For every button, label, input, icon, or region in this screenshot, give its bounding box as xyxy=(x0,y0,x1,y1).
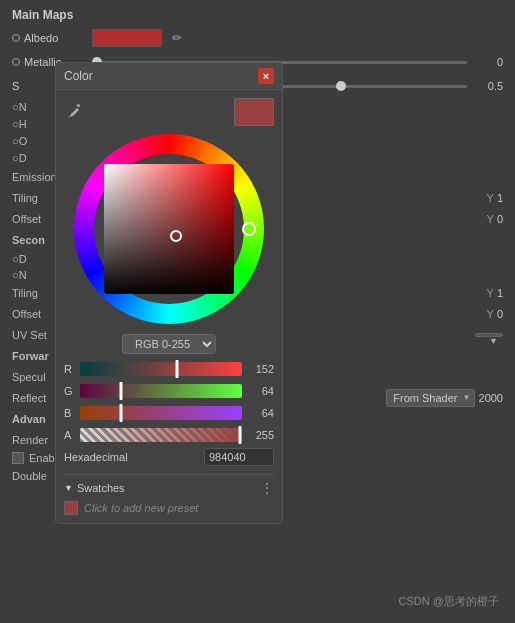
partial-d: ○D xyxy=(12,152,27,164)
uvset-chevron: ▼ xyxy=(489,336,498,346)
uvset-dropdown[interactable]: ▼ xyxy=(475,333,503,337)
channel-r-label: R xyxy=(64,363,76,375)
channel-a-track[interactable] xyxy=(80,428,242,442)
enable-checkbox[interactable] xyxy=(12,452,24,464)
tiling2-y-label: Y xyxy=(487,287,494,299)
swatches-section: ▼ Swatches ⋮ Click to add new preset xyxy=(64,474,274,515)
eyedropper-button[interactable] xyxy=(64,101,84,124)
swatches-header: ▼ Swatches ⋮ xyxy=(64,481,274,495)
a-overlay xyxy=(80,428,242,442)
partial-h: ○H xyxy=(12,118,27,130)
tiling-y-value: 1 xyxy=(497,192,503,204)
smoothness-value: 0.5 xyxy=(473,80,503,92)
offset-y-label: Y xyxy=(487,213,494,225)
reflect-value: 2000 xyxy=(479,392,503,404)
tiling-y-label: Y xyxy=(487,192,494,204)
albedo-dot xyxy=(12,34,20,42)
wheel-container[interactable] xyxy=(74,134,264,324)
channel-g-track[interactable] xyxy=(80,384,242,398)
channel-a-row: A 255 xyxy=(64,426,274,444)
rgb-mode-dropdown[interactable]: RGB 0-255 xyxy=(122,334,216,354)
dialog-header: Color × xyxy=(56,63,282,90)
wheel-thumb xyxy=(242,222,256,236)
channel-b-label: B xyxy=(64,407,76,419)
channel-r-row: R 152 xyxy=(64,360,274,378)
offset-y-value: 0 xyxy=(497,213,503,225)
channel-g-label: G xyxy=(64,385,76,397)
current-color-swatch[interactable] xyxy=(234,98,274,126)
channel-g-row: G 64 xyxy=(64,382,274,400)
sec-d: ○D xyxy=(12,253,27,265)
channel-g-value: 64 xyxy=(246,385,274,397)
square-thumb xyxy=(170,230,182,242)
channel-g-thumb xyxy=(119,382,122,400)
add-preset-swatch[interactable] xyxy=(64,501,78,515)
reflect-controls: From Shader ▼ 2000 xyxy=(386,389,503,407)
from-shader-dropdown[interactable]: From Shader ▼ xyxy=(386,389,474,407)
add-preset-row: Click to add new preset xyxy=(64,501,274,515)
swatches-label: Swatches xyxy=(77,482,125,494)
add-preset-label: Click to add new preset xyxy=(84,502,198,514)
channel-b-thumb xyxy=(119,404,122,422)
rgb-mode-row: RGB 0-255 xyxy=(64,334,274,354)
sec-n: ○N xyxy=(12,269,27,281)
channel-b-row: B 64 xyxy=(64,404,274,422)
smoothness-thumb[interactable] xyxy=(336,81,346,91)
edit-icon[interactable]: ✏ xyxy=(172,31,182,45)
channel-a-thumb xyxy=(239,426,242,444)
channel-b-track[interactable] xyxy=(80,406,242,420)
close-button[interactable]: × xyxy=(258,68,274,84)
top-tools xyxy=(64,98,274,126)
color-square[interactable] xyxy=(104,164,234,294)
hex-label: Hexadecimal xyxy=(64,451,198,463)
channel-r-value: 152 xyxy=(246,363,274,375)
smoothness-text: S xyxy=(12,80,19,92)
watermark: CSDN @思考的橙子 xyxy=(399,594,499,609)
dialog-title: Color xyxy=(64,69,93,83)
swatches-menu-button[interactable]: ⋮ xyxy=(260,481,274,495)
albedo-row: Albedo ✏ xyxy=(12,28,503,48)
offset2-y-label: Y xyxy=(487,308,494,320)
partial-n: ○N xyxy=(12,101,27,113)
from-shader-chevron: ▼ xyxy=(463,393,471,402)
swatches-title: ▼ Swatches xyxy=(64,482,125,494)
channel-r-track[interactable] xyxy=(80,362,242,376)
color-dialog: Color × xyxy=(55,62,283,524)
hex-row: Hexadecimal xyxy=(64,448,274,466)
eyedropper-icon xyxy=(66,103,82,119)
metallic-dot xyxy=(12,58,20,66)
channel-a-label: A xyxy=(64,429,76,441)
channel-a-value: 255 xyxy=(246,429,274,441)
albedo-label: Albedo xyxy=(12,32,92,44)
partial-o: ○O xyxy=(12,135,27,147)
channel-b-value: 64 xyxy=(246,407,274,419)
swatches-chevron-icon: ▼ xyxy=(64,483,73,493)
offset2-y-value: 0 xyxy=(497,308,503,320)
albedo-swatch[interactable] xyxy=(92,29,162,47)
dialog-body: RGB 0-255 R 152 G 64 B 64 xyxy=(56,90,282,523)
color-sq-dark xyxy=(104,164,234,294)
channel-r-thumb xyxy=(175,360,178,378)
section-title: Main Maps xyxy=(12,8,503,22)
metallic-value: 0 xyxy=(473,56,503,68)
tiling2-y-value: 1 xyxy=(497,287,503,299)
hex-input[interactable] xyxy=(204,448,274,466)
